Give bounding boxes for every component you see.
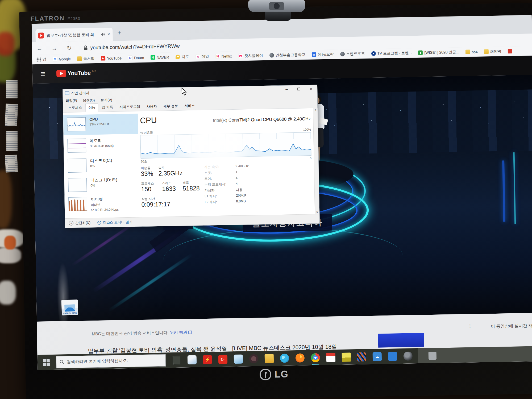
bookmark-daum[interactable]: D Daum bbox=[128, 55, 144, 60]
firefox-icon[interactable] bbox=[296, 353, 305, 363]
task-manager-tab[interactable]: 세부 정보 bbox=[160, 102, 181, 110]
mouse-cursor bbox=[181, 88, 188, 95]
steam-app-icon[interactable] bbox=[404, 351, 413, 361]
task-manager-tab[interactable]: 서비스 bbox=[181, 102, 198, 110]
edge-icon[interactable] bbox=[280, 354, 289, 363]
bookmark-netflix[interactable]: N Netflix bbox=[215, 54, 232, 59]
youtube-logo[interactable]: YouTube KR bbox=[56, 69, 96, 77]
bookmark-watcha[interactable]: W 왓챠플레이 bbox=[238, 53, 263, 59]
tab-close-icon[interactable]: × bbox=[107, 32, 110, 37]
bookmark-icon bbox=[466, 49, 470, 54]
sidebar-item-disk0[interactable]: 디스크 0(C:) 0% bbox=[64, 155, 139, 176]
bookmark-reading[interactable]: 독서법 bbox=[77, 56, 94, 61]
monitor: FLATRONE2350 LG 법무부-검찰 '김봉현 로비 의 × + ← →… bbox=[19, 3, 532, 399]
task-manager-tab[interactable]: 앱 기록 bbox=[99, 103, 116, 112]
cpu-details: 기본 속도:2.40GHz 소켓:1 코어:4 논리 프로세서:4 가상화:사용… bbox=[204, 164, 249, 206]
bookmark-wiset[interactable]: [WISET] 2020 인공... bbox=[418, 50, 459, 55]
minimize-button[interactable]: – bbox=[280, 85, 293, 94]
dog-app-icon[interactable] bbox=[388, 352, 397, 361]
more-options-icon[interactable]: ⋮ bbox=[467, 322, 473, 329]
wheel-app-icon[interactable] bbox=[249, 354, 259, 363]
bookmark-icon bbox=[484, 49, 488, 54]
sidebar-item-memory[interactable]: 메모리 3.3/6.0GB (55%) bbox=[64, 135, 138, 156]
bookmark-icon bbox=[371, 51, 376, 56]
wall-note bbox=[5, 155, 18, 173]
bookmark-naver[interactable]: N NAVER bbox=[150, 55, 169, 60]
chrome-icon[interactable] bbox=[311, 353, 320, 362]
wall-note bbox=[6, 131, 18, 151]
cpu-chip-name: Intel(R) Core(TM)2 Quad CPU Q6600 @ 2.40… bbox=[213, 116, 311, 123]
menu-item[interactable]: 보기(V) bbox=[101, 98, 112, 103]
fdm-icon[interactable] bbox=[342, 352, 351, 362]
sidebar-item-ethernet[interactable]: 이더넷 이더넷 S: 8.0 R: 24.0 Kbps bbox=[65, 193, 139, 215]
maximize-button[interactable] bbox=[293, 85, 305, 93]
tab-audio-icon[interactable] bbox=[101, 32, 105, 36]
bookmark-torrent[interactable]: 토렌트조조 bbox=[340, 51, 365, 57]
cpu-detail-row: L1 캐시:256KB bbox=[205, 193, 249, 200]
cpu-thumbnail-graph bbox=[67, 117, 86, 131]
open-resource-monitor-link[interactable]: 리소스 모니터 열기 bbox=[97, 220, 133, 225]
taskbar-icons: ⚡▷☁ bbox=[166, 351, 413, 365]
reload-button[interactable]: ↻ bbox=[62, 44, 77, 52]
bookmark-tvprogram[interactable]: TV 프로그램 - 토렌... bbox=[371, 51, 412, 56]
projector-app-icon[interactable] bbox=[172, 355, 181, 365]
bluedoc-app-icon[interactable] bbox=[234, 354, 243, 364]
task-manager-tab[interactable]: 사용자 bbox=[144, 102, 160, 111]
bookmark-variety[interactable]: cc 예능/오락 bbox=[311, 52, 334, 57]
studio-light-bar bbox=[502, 160, 505, 222]
studio-light-bar bbox=[513, 152, 516, 224]
task-manager-tab[interactable]: 프로세스 bbox=[65, 104, 85, 112]
bookmark-choi[interactable]: 최양락 bbox=[484, 49, 501, 54]
bookmark-icon: cc bbox=[311, 52, 316, 57]
city-lights bbox=[57, 123, 58, 124]
cpu-usage-graph bbox=[140, 132, 311, 159]
new-tab-button[interactable]: + bbox=[117, 29, 121, 36]
graph-y-label: % 이용률 bbox=[140, 131, 153, 135]
bookmark-google[interactable]: G Google bbox=[53, 57, 71, 61]
browser-tab[interactable]: 법무부-검찰 '김봉현 로비 의 × bbox=[35, 28, 113, 42]
task-manager-tab[interactable]: 성능 bbox=[85, 103, 98, 112]
start-button[interactable] bbox=[43, 359, 50, 366]
lightning-app-icon[interactable]: ⚡ bbox=[203, 355, 212, 364]
tray-app-icon[interactable] bbox=[429, 351, 437, 360]
back-button[interactable]: ← bbox=[32, 45, 47, 52]
wiki-link[interactable]: 위키 백과 bbox=[170, 330, 188, 335]
menu-hamburger-icon[interactable]: ≡ bbox=[40, 69, 45, 78]
cpu-panel: CPU Intel(R) Core(TM)2 Quad CPU Q6600 @ … bbox=[140, 108, 313, 218]
folder-app-icon[interactable] bbox=[265, 354, 274, 363]
menu-item[interactable]: 옵션(O) bbox=[83, 98, 95, 103]
task-manager-window[interactable]: 작업 관리자 – × 파일(F)옵션(O)보기(V) 프로세스성능앱 기록시작프… bbox=[63, 85, 320, 228]
menu-item[interactable]: 파일(F) bbox=[66, 98, 77, 103]
cpu-stats: 이용률 속도 33% 2.35GHz 프로세스 스레드 핸들 150 1633 … bbox=[141, 165, 205, 211]
bookmark-apps[interactable]: 앱 bbox=[36, 57, 46, 62]
bookmark-partial[interactable] bbox=[508, 49, 514, 53]
task-manager-content: CPU 33% 2.35GHz 메모리 3.3/6.0GB (55%) 디스크 … bbox=[63, 108, 315, 219]
forward-button[interactable]: → bbox=[47, 45, 62, 52]
hancom-doc-icon[interactable] bbox=[326, 353, 336, 362]
broadcaster-info: MBC는 대한민국 공영 방송 서비스입니다. 위키 백과 bbox=[92, 330, 192, 337]
url-bar[interactable]: youtube.com/watch?v=DFrbFFWYRWw bbox=[90, 43, 180, 51]
cloud-app-icon[interactable]: ☁ bbox=[373, 352, 382, 361]
bookmark-icon bbox=[77, 56, 82, 61]
bookmark-icon bbox=[176, 55, 180, 59]
performance-sidebar: CPU 33% 2.35GHz 메모리 3.3/6.0GB (55%) 디스크 … bbox=[63, 111, 140, 219]
close-button[interactable]: × bbox=[305, 85, 317, 93]
sidebar-item-cpu[interactable]: CPU 33% 2.35GHz bbox=[63, 114, 138, 135]
taskbar-tray[interactable] bbox=[418, 346, 532, 363]
cat-app-icon[interactable] bbox=[188, 355, 197, 364]
task-manager-tab[interactable]: 시작프로그램 bbox=[117, 103, 143, 111]
stripes-app-icon[interactable] bbox=[357, 352, 367, 361]
sidebar-item-disk1[interactable]: 디스크 1(D: E:) 0% bbox=[64, 174, 139, 196]
bookmark-youtube[interactable]: ▶ YouTube bbox=[101, 56, 122, 60]
cyan-light-streak bbox=[108, 253, 193, 312]
uptime-value: 0:09:17:17 bbox=[141, 201, 170, 208]
potplayer-app-icon[interactable]: ▷ bbox=[218, 355, 228, 364]
bookmark-icon bbox=[340, 52, 344, 56]
fewer-details-button[interactable]: ∧ 간단히(D) bbox=[69, 220, 90, 225]
memory-thumbnail-graph bbox=[67, 139, 86, 153]
bookmark-map[interactable]: 지도 bbox=[176, 54, 189, 59]
bookmark-school[interactable]: 인천부흥고등학교 bbox=[269, 52, 305, 58]
bookmark-mail[interactable]: n 메일 bbox=[196, 54, 209, 59]
bookmark-bs4[interactable]: bs4 bbox=[466, 49, 478, 54]
taskbar-search[interactable]: 검색하려면 여기에 입력하십시오. bbox=[56, 354, 166, 368]
